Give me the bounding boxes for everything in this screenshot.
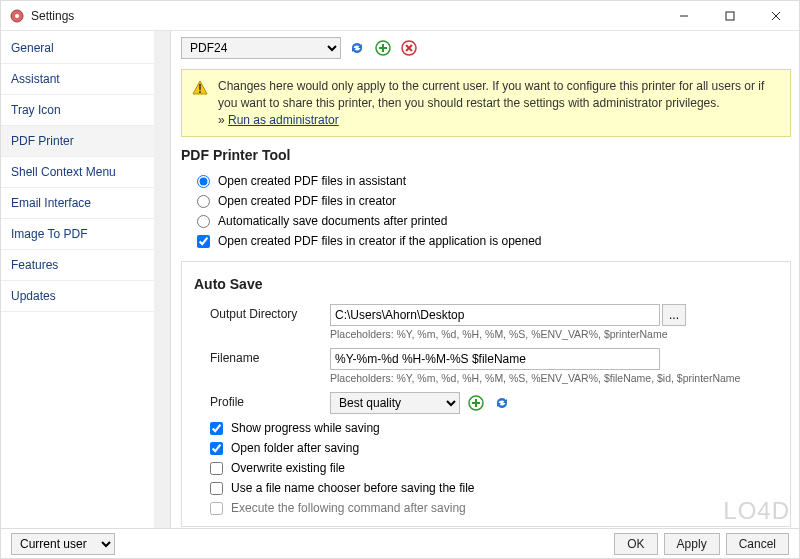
window-title: Settings — [31, 9, 661, 23]
auto-save-radio-label: Automatically save documents after print… — [218, 214, 447, 228]
svg-point-1 — [15, 14, 19, 18]
run-as-admin-link[interactable]: Run as administrator — [228, 113, 339, 127]
sidebar-item-features[interactable]: Features — [1, 250, 170, 281]
footer: Current user OK Apply Cancel — [1, 528, 799, 558]
file-chooser-label: Use a file name chooser before saving th… — [231, 481, 474, 495]
sidebar-item-pdf-printer[interactable]: PDF Printer — [1, 126, 170, 157]
pdf-printer-tool-heading: PDF Printer Tool — [181, 147, 791, 163]
execute-command-label: Execute the following command after savi… — [231, 501, 466, 515]
svg-rect-3 — [726, 12, 734, 20]
printer-select[interactable]: PDF24 — [181, 37, 341, 59]
open-in-creator-radio-row[interactable]: Open created PDF files in creator — [181, 191, 791, 211]
titlebar: Settings — [1, 1, 799, 31]
sidebar-item-email-interface[interactable]: Email Interface — [1, 188, 170, 219]
sidebar-item-updates[interactable]: Updates — [1, 281, 170, 312]
refresh-profile-icon[interactable] — [492, 393, 512, 413]
minimize-button[interactable] — [661, 1, 707, 31]
profile-row: Profile Best quality — [194, 388, 778, 418]
output-directory-row: Output Directory ... Placeholders: %Y, %… — [194, 300, 778, 344]
output-directory-label: Output Directory — [210, 304, 330, 321]
cancel-button[interactable]: Cancel — [726, 533, 789, 555]
admin-notice: ! Changes here would only apply to the c… — [181, 69, 791, 137]
profile-select[interactable]: Best quality — [330, 392, 460, 414]
open-in-assistant-label: Open created PDF files in assistant — [218, 174, 406, 188]
overwrite-row[interactable]: Overwrite existing file — [194, 458, 778, 478]
output-directory-input[interactable] — [330, 304, 660, 326]
open-in-creator-if-open-label: Open created PDF files in creator if the… — [218, 234, 542, 248]
overwrite-checkbox[interactable] — [210, 462, 223, 475]
overwrite-label: Overwrite existing file — [231, 461, 345, 475]
execute-command-checkbox[interactable] — [210, 502, 223, 515]
admin-notice-body: Changes here would only apply to the cur… — [218, 79, 764, 110]
filename-label: Filename — [210, 348, 330, 365]
warning-icon: ! — [192, 80, 208, 96]
open-in-assistant-radio[interactable] — [197, 175, 210, 188]
printer-toolbar: PDF24 — [181, 37, 791, 59]
maximize-button[interactable] — [707, 1, 753, 31]
sidebar-item-shell-context-menu[interactable]: Shell Context Menu — [1, 157, 170, 188]
apply-button[interactable]: Apply — [664, 533, 720, 555]
show-progress-row[interactable]: Show progress while saving — [194, 418, 778, 438]
close-button[interactable] — [753, 1, 799, 31]
sidebar-item-tray-icon[interactable]: Tray Icon — [1, 95, 170, 126]
sidebar-item-general[interactable]: General — [1, 33, 170, 64]
content: PDF24 ! Changes here would only app — [171, 31, 799, 528]
refresh-icon[interactable] — [347, 38, 367, 58]
sidebar-item-assistant[interactable]: Assistant — [1, 64, 170, 95]
open-in-creator-radio[interactable] — [197, 195, 210, 208]
admin-notice-link-prefix: » — [218, 113, 228, 127]
open-folder-label: Open folder after saving — [231, 441, 359, 455]
ok-button[interactable]: OK — [614, 533, 657, 555]
auto-save-heading: Auto Save — [194, 276, 778, 292]
sidebar-item-image-to-pdf[interactable]: Image To PDF — [1, 219, 170, 250]
scope-select[interactable]: Current user — [11, 533, 115, 555]
window-controls — [661, 1, 799, 31]
open-in-assistant-radio-row[interactable]: Open created PDF files in assistant — [181, 171, 791, 191]
admin-notice-text: Changes here would only apply to the cur… — [218, 78, 780, 128]
output-directory-browse-button[interactable]: ... — [662, 304, 686, 326]
file-chooser-checkbox[interactable] — [210, 482, 223, 495]
open-folder-row[interactable]: Open folder after saving — [194, 438, 778, 458]
add-profile-icon[interactable] — [466, 393, 486, 413]
filename-hint: Placeholders: %Y, %m, %d, %H, %M, %S, %E… — [330, 372, 778, 384]
show-progress-checkbox[interactable] — [210, 422, 223, 435]
auto-save-radio-row[interactable]: Automatically save documents after print… — [181, 211, 791, 231]
output-directory-hint: Placeholders: %Y, %m, %d, %H, %M, %S, %E… — [330, 328, 778, 340]
execute-command-row[interactable]: Execute the following command after savi… — [194, 498, 778, 518]
filename-input[interactable] — [330, 348, 660, 370]
auto-save-section: Auto Save Output Directory ... Placehold… — [181, 261, 791, 527]
filename-row: Filename Placeholders: %Y, %m, %d, %H, %… — [194, 344, 778, 388]
open-folder-checkbox[interactable] — [210, 442, 223, 455]
sidebar: General Assistant Tray Icon PDF Printer … — [1, 31, 171, 528]
open-in-creator-if-open-row[interactable]: Open created PDF files in creator if the… — [181, 231, 791, 251]
remove-printer-icon[interactable] — [399, 38, 419, 58]
app-icon — [9, 8, 25, 24]
open-in-creator-if-open-checkbox[interactable] — [197, 235, 210, 248]
auto-save-radio[interactable] — [197, 215, 210, 228]
main: General Assistant Tray Icon PDF Printer … — [1, 31, 799, 528]
show-progress-label: Show progress while saving — [231, 421, 380, 435]
add-printer-icon[interactable] — [373, 38, 393, 58]
svg-text:!: ! — [198, 82, 202, 96]
content-wrap: PDF24 ! Changes here would only app — [171, 31, 799, 528]
file-chooser-row[interactable]: Use a file name chooser before saving th… — [194, 478, 778, 498]
sidebar-scrollbar[interactable] — [154, 31, 170, 528]
profile-label: Profile — [210, 392, 330, 409]
open-in-creator-label: Open created PDF files in creator — [218, 194, 396, 208]
